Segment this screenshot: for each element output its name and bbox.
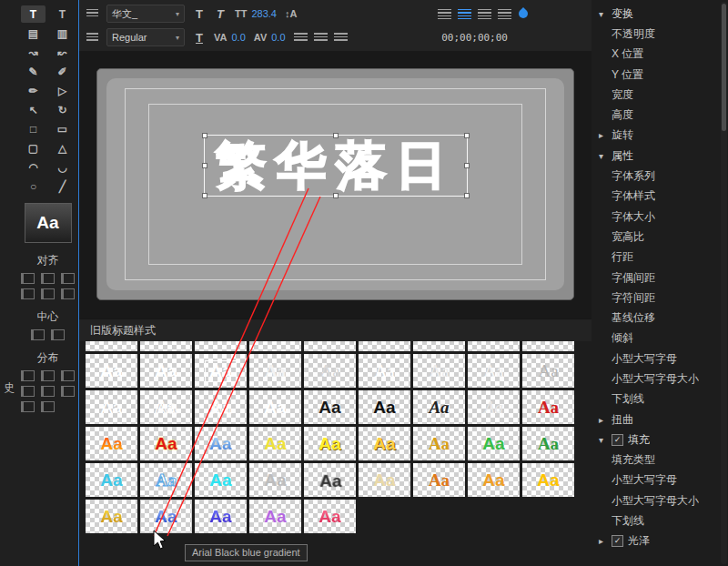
tab-stops-icon[interactable] [294,33,308,43]
property-row[interactable]: 字体系列 [592,166,728,186]
style-swatch[interactable]: Aa [359,463,410,497]
style-swatch[interactable]: Aa [304,500,356,533]
style-swatch[interactable]: Aa [140,390,192,424]
style-swatch[interactable]: Aa [304,341,356,351]
align-vertical-bottom-icon[interactable] [61,288,75,299]
style-swatch[interactable]: Aa [140,341,192,351]
chevron-right-icon[interactable]: ▸ [599,415,612,425]
distribute-horizontal-center-icon[interactable] [41,370,55,381]
style-swatch[interactable]: Aa [468,390,520,424]
italic-icon[interactable]: T [214,7,227,21]
center-vertical-icon[interactable] [51,329,65,340]
title-text[interactable]: 繁华落日 [216,136,456,195]
style-swatch[interactable]: Aa [522,463,574,497]
align-left-icon[interactable] [438,9,451,19]
style-swatch[interactable]: Aa [86,463,137,497]
list-view-icon[interactable] [86,33,98,42]
vertical-path-type-tool[interactable]: ↜ [50,44,75,61]
scrollbar-thumb[interactable] [722,4,726,131]
property-section[interactable]: ▸旋转 [592,126,728,146]
style-swatch[interactable]: Aa [413,427,465,460]
ink-droplet-icon[interactable] [517,7,530,20]
path-type-tool[interactable]: ↝ [21,44,46,61]
font-style-select[interactable]: Regular ▾ [106,28,185,46]
style-swatch[interactable]: Aa [249,500,301,533]
align-right-icon[interactable] [478,9,491,19]
wedge-tool[interactable]: ◠ [21,158,46,176]
font-size-value[interactable]: 283.4 [251,8,277,19]
property-row[interactable]: 行距 [592,248,728,268]
style-swatch[interactable]: Aa [195,463,247,497]
tracking-field[interactable]: AV 0.0 [254,32,286,43]
style-swatch[interactable]: Aa [522,354,574,388]
distribute-horizontal-even-icon[interactable] [21,401,35,412]
style-swatch[interactable]: Aa [195,354,247,388]
properties-scrollbar[interactable] [721,2,727,564]
style-swatch[interactable]: Aa [86,500,137,533]
style-swatch[interactable]: Aa [359,390,410,424]
style-swatch[interactable]: Aa [249,354,301,388]
property-row[interactable]: 下划线 [592,510,728,531]
style-swatch[interactable]: Aa [249,463,301,497]
style-swatch[interactable]: Aa [249,341,301,351]
distribute-vertical-top-icon[interactable] [21,386,35,397]
property-row[interactable]: Y 位置 [592,65,728,85]
style-swatch[interactable]: Aa [468,341,520,351]
style-swatch[interactable]: Aa [468,354,520,388]
current-style-preview[interactable]: Aa [25,203,72,243]
title-text-selection[interactable]: 繁华落日 [204,135,468,197]
style-swatch[interactable]: Aa [522,390,574,424]
kerning-field[interactable]: VA 0.0 [214,32,246,43]
video-frame[interactable]: 繁华落日 [96,68,574,300]
align-horizontal-right-icon[interactable] [61,273,75,284]
style-swatch[interactable]: Aa [140,463,192,497]
style-swatch[interactable]: Aa [359,341,410,351]
style-swatch[interactable]: Aa [140,354,192,388]
style-swatch[interactable]: Aa [413,463,465,497]
kerning-value[interactable]: 0.0 [231,32,245,43]
selection-handle[interactable] [333,193,339,198]
style-swatch[interactable]: Aa [140,500,192,533]
style-swatch[interactable]: Aa [195,427,247,460]
checkbox[interactable]: ✓ [612,434,623,446]
underline-icon[interactable]: T [193,31,206,45]
style-swatch[interactable]: Aa [249,390,301,424]
convert-anchor-point-tool[interactable]: ▷ [50,82,75,99]
area-type-tool[interactable]: ▤ [21,25,46,42]
selection-handle[interactable] [202,163,207,168]
property-row[interactable]: 字体样式 [592,187,728,207]
add-anchor-point-tool[interactable]: ✐ [50,63,75,80]
property-row[interactable]: 字符间距 [592,288,728,308]
property-row[interactable]: 倾斜 [592,328,728,349]
style-swatch[interactable]: Aa [468,427,520,460]
history-panel-tab[interactable]: 史 [4,380,15,396]
round-rectangle-tool[interactable]: △ [50,139,75,157]
distribute-horizontal-right-icon[interactable] [61,370,75,381]
pen-tool[interactable]: ✎ [21,63,46,80]
ellipse-tool[interactable]: ○ [21,177,46,195]
chevron-right-icon[interactable]: ▸ [599,536,612,546]
style-swatch[interactable]: Aa [359,354,410,388]
property-row[interactable]: 小型大写字母 [592,470,728,490]
align-center-icon[interactable] [458,9,471,19]
rectangle-tool[interactable]: □ [21,120,46,137]
style-swatch[interactable]: Aa [304,463,356,497]
style-swatch[interactable]: Aa [304,390,356,424]
style-swatch[interactable]: Aa [86,354,137,388]
property-row[interactable]: 不透明度 [592,24,728,44]
chevron-down-icon[interactable]: ▾ [599,435,612,445]
chevron-right-icon[interactable]: ▸ [599,130,612,140]
property-row[interactable]: 小型大写字母大小 [592,369,728,389]
style-swatch[interactable]: Aa [522,341,574,351]
style-swatch[interactable]: Aa [195,341,247,351]
chevron-down-icon[interactable]: ▾ [599,9,612,19]
bold-icon[interactable]: T [193,7,206,21]
checkbox[interactable]: ✓ [612,535,623,547]
property-row[interactable]: 宽度 [592,85,728,105]
distribute-vertical-center-icon[interactable] [41,386,55,397]
tracking-value[interactable]: 0.0 [271,32,285,43]
distribute-horizontal-left-icon[interactable] [21,370,35,381]
property-row[interactable]: 字体大小 [592,207,728,227]
style-swatch[interactable]: Aa [195,500,247,533]
style-swatch[interactable]: Aa [468,463,520,497]
